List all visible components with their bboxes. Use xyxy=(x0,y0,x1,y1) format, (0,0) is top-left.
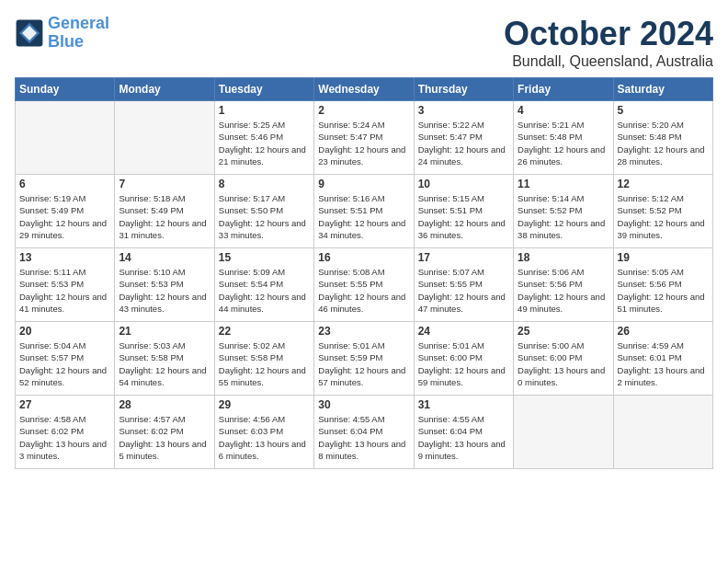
day-cell: 2Sunrise: 5:24 AMSunset: 5:47 PMDaylight… xyxy=(314,101,414,175)
week-row-4: 20Sunrise: 5:04 AMSunset: 5:57 PMDayligh… xyxy=(16,322,713,396)
day-cell: 7Sunrise: 5:18 AMSunset: 5:49 PMDaylight… xyxy=(115,175,214,248)
day-number: 26 xyxy=(618,325,709,338)
day-cell: 15Sunrise: 5:09 AMSunset: 5:54 PMDayligh… xyxy=(214,248,313,322)
day-info: Sunrise: 4:58 AMSunset: 6:02 PMDaylight:… xyxy=(19,413,110,462)
day-cell xyxy=(115,101,214,175)
day-cell: 3Sunrise: 5:22 AMSunset: 5:47 PMDaylight… xyxy=(414,101,513,175)
day-cell: 17Sunrise: 5:07 AMSunset: 5:55 PMDayligh… xyxy=(414,248,513,322)
day-number: 7 xyxy=(119,178,210,190)
day-number: 11 xyxy=(518,178,609,190)
day-number: 29 xyxy=(219,398,310,411)
calendar-table: SundayMondayTuesdayWednesdayThursdayFrid… xyxy=(15,77,713,469)
day-cell: 19Sunrise: 5:05 AMSunset: 5:56 PMDayligh… xyxy=(613,248,712,322)
header-row: SundayMondayTuesdayWednesdayThursdayFrid… xyxy=(16,78,713,101)
day-number: 23 xyxy=(318,325,409,338)
day-cell: 24Sunrise: 5:01 AMSunset: 6:00 PMDayligh… xyxy=(414,322,513,396)
day-cell: 20Sunrise: 5:04 AMSunset: 5:57 PMDayligh… xyxy=(16,322,115,396)
day-info: Sunrise: 5:02 AMSunset: 5:58 PMDaylight:… xyxy=(219,339,310,388)
day-number: 20 xyxy=(19,325,110,338)
day-info: Sunrise: 4:59 AMSunset: 6:01 PMDaylight:… xyxy=(618,339,709,388)
day-info: Sunrise: 5:25 AMSunset: 5:46 PMDaylight:… xyxy=(219,119,310,167)
day-cell: 23Sunrise: 5:01 AMSunset: 5:59 PMDayligh… xyxy=(314,322,414,396)
day-cell: 16Sunrise: 5:08 AMSunset: 5:55 PMDayligh… xyxy=(314,248,414,322)
col-header-friday: Friday xyxy=(514,78,613,101)
day-info: Sunrise: 5:10 AMSunset: 5:53 PMDaylight:… xyxy=(119,266,210,315)
day-info: Sunrise: 5:15 AMSunset: 5:51 PMDaylight:… xyxy=(418,192,509,241)
day-number: 17 xyxy=(418,251,509,264)
day-number: 9 xyxy=(318,178,409,190)
day-number: 1 xyxy=(219,104,310,117)
day-info: Sunrise: 5:01 AMSunset: 6:00 PMDaylight:… xyxy=(418,339,509,388)
day-cell: 30Sunrise: 4:55 AMSunset: 6:04 PMDayligh… xyxy=(314,396,414,469)
day-number: 6 xyxy=(19,178,110,190)
day-number: 4 xyxy=(518,104,609,117)
day-cell: 14Sunrise: 5:10 AMSunset: 5:53 PMDayligh… xyxy=(115,248,214,322)
day-number: 18 xyxy=(518,251,609,264)
day-info: Sunrise: 4:57 AMSunset: 6:02 PMDaylight:… xyxy=(119,413,210,462)
page-header: GeneralBlue October 2024 Bundall, Queens… xyxy=(15,15,713,70)
day-info: Sunrise: 5:07 AMSunset: 5:55 PMDaylight:… xyxy=(418,266,509,315)
day-number: 13 xyxy=(19,251,110,264)
week-row-3: 13Sunrise: 5:11 AMSunset: 5:53 PMDayligh… xyxy=(16,248,713,322)
day-info: Sunrise: 5:08 AMSunset: 5:55 PMDaylight:… xyxy=(318,266,409,315)
day-number: 5 xyxy=(618,104,709,117)
day-number: 28 xyxy=(119,398,210,411)
day-number: 15 xyxy=(219,251,310,264)
day-cell: 21Sunrise: 5:03 AMSunset: 5:58 PMDayligh… xyxy=(115,322,214,396)
day-number: 3 xyxy=(418,104,509,117)
day-number: 16 xyxy=(318,251,409,264)
day-info: Sunrise: 4:55 AMSunset: 6:04 PMDaylight:… xyxy=(418,413,509,462)
day-info: Sunrise: 5:09 AMSunset: 5:54 PMDaylight:… xyxy=(219,266,310,315)
day-cell: 4Sunrise: 5:21 AMSunset: 5:48 PMDaylight… xyxy=(514,101,613,175)
day-cell: 22Sunrise: 5:02 AMSunset: 5:58 PMDayligh… xyxy=(214,322,313,396)
day-info: Sunrise: 5:04 AMSunset: 5:57 PMDaylight:… xyxy=(19,339,110,388)
day-cell: 26Sunrise: 4:59 AMSunset: 6:01 PMDayligh… xyxy=(613,322,712,396)
day-info: Sunrise: 5:16 AMSunset: 5:51 PMDaylight:… xyxy=(318,192,409,241)
day-info: Sunrise: 4:56 AMSunset: 6:03 PMDaylight:… xyxy=(219,413,310,462)
day-info: Sunrise: 5:03 AMSunset: 5:58 PMDaylight:… xyxy=(119,339,210,388)
day-number: 8 xyxy=(219,178,310,190)
logo-text: GeneralBlue xyxy=(48,15,109,52)
day-number: 10 xyxy=(418,178,509,190)
col-header-sunday: Sunday xyxy=(16,78,115,101)
day-cell: 8Sunrise: 5:17 AMSunset: 5:50 PMDaylight… xyxy=(214,175,313,248)
day-info: Sunrise: 5:22 AMSunset: 5:47 PMDaylight:… xyxy=(418,119,509,167)
day-cell: 6Sunrise: 5:19 AMSunset: 5:49 PMDaylight… xyxy=(16,175,115,248)
day-info: Sunrise: 5:17 AMSunset: 5:50 PMDaylight:… xyxy=(219,192,310,241)
day-number: 22 xyxy=(219,325,310,338)
day-cell: 10Sunrise: 5:15 AMSunset: 5:51 PMDayligh… xyxy=(414,175,513,248)
day-number: 27 xyxy=(19,398,110,411)
day-number: 30 xyxy=(318,398,409,411)
day-info: Sunrise: 5:06 AMSunset: 5:56 PMDaylight:… xyxy=(518,266,609,315)
col-header-thursday: Thursday xyxy=(414,78,513,101)
day-number: 21 xyxy=(119,325,210,338)
day-info: Sunrise: 5:01 AMSunset: 5:59 PMDaylight:… xyxy=(318,339,409,388)
day-info: Sunrise: 5:12 AMSunset: 5:52 PMDaylight:… xyxy=(618,192,709,241)
day-cell: 5Sunrise: 5:20 AMSunset: 5:48 PMDaylight… xyxy=(613,101,712,175)
day-cell xyxy=(16,101,115,175)
logo: GeneralBlue xyxy=(15,15,109,52)
day-number: 25 xyxy=(518,325,609,338)
day-cell: 28Sunrise: 4:57 AMSunset: 6:02 PMDayligh… xyxy=(115,396,214,469)
title-area: October 2024 Bundall, Queensland, Austra… xyxy=(504,15,713,70)
day-cell: 1Sunrise: 5:25 AMSunset: 5:46 PMDaylight… xyxy=(214,101,313,175)
day-cell: 11Sunrise: 5:14 AMSunset: 5:52 PMDayligh… xyxy=(514,175,613,248)
col-header-saturday: Saturday xyxy=(613,78,712,101)
day-info: Sunrise: 5:00 AMSunset: 6:00 PMDaylight:… xyxy=(518,339,609,388)
day-number: 2 xyxy=(318,104,409,117)
day-cell: 13Sunrise: 5:11 AMSunset: 5:53 PMDayligh… xyxy=(16,248,115,322)
day-number: 24 xyxy=(418,325,509,338)
week-row-1: 1Sunrise: 5:25 AMSunset: 5:46 PMDaylight… xyxy=(16,101,713,175)
day-cell xyxy=(613,396,712,469)
day-cell xyxy=(514,396,613,469)
week-row-5: 27Sunrise: 4:58 AMSunset: 6:02 PMDayligh… xyxy=(16,396,713,469)
day-info: Sunrise: 4:55 AMSunset: 6:04 PMDaylight:… xyxy=(318,413,409,462)
month-title: October 2024 xyxy=(504,15,713,53)
day-cell: 12Sunrise: 5:12 AMSunset: 5:52 PMDayligh… xyxy=(613,175,712,248)
week-row-2: 6Sunrise: 5:19 AMSunset: 5:49 PMDaylight… xyxy=(16,175,713,248)
day-info: Sunrise: 5:05 AMSunset: 5:56 PMDaylight:… xyxy=(618,266,709,315)
day-info: Sunrise: 5:18 AMSunset: 5:49 PMDaylight:… xyxy=(119,192,210,241)
col-header-wednesday: Wednesday xyxy=(314,78,414,101)
day-cell: 25Sunrise: 5:00 AMSunset: 6:00 PMDayligh… xyxy=(514,322,613,396)
day-info: Sunrise: 5:20 AMSunset: 5:48 PMDaylight:… xyxy=(618,119,709,167)
